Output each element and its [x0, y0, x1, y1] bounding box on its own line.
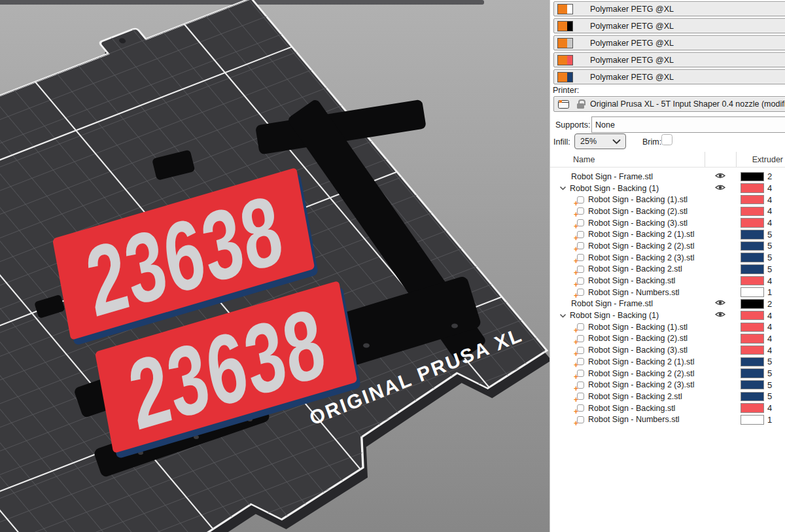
printer-selector[interactable]: Original Prusa XL - 5T Input Shaper 0.4 …	[553, 96, 785, 112]
extruder-color-swatch[interactable]	[741, 357, 764, 367]
extruder-number: 4	[767, 346, 772, 355]
table-row[interactable]: Robot Sign - Backing 2 (3).stl 5	[550, 252, 785, 264]
object-name: Robot Sign - Backing (1).stl	[588, 323, 705, 332]
table-row[interactable]: Robot Sign - Backing (3).stl 4	[550, 344, 785, 356]
filament-color-swatch	[557, 55, 573, 65]
extruder-color-swatch[interactable]	[741, 230, 764, 239]
extruder-color-swatch[interactable]	[741, 253, 764, 262]
extruder-color-swatch[interactable]	[741, 183, 764, 193]
add-part-icon	[577, 416, 584, 423]
extruder-number: 4	[767, 334, 772, 344]
filament-color-swatch	[557, 38, 573, 48]
table-row[interactable]: Robot Sign - Backing 2.stl 5	[550, 391, 785, 402]
table-row[interactable]: Robot Sign - Backing (2).stl 4	[550, 333, 785, 345]
filament-selector[interactable]: Polymaker PETG @XL	[553, 18, 785, 33]
infill-selector[interactable]: 25%	[574, 133, 626, 149]
extruder-color-swatch[interactable]	[741, 195, 764, 205]
extruder-color-swatch[interactable]	[741, 264, 764, 274]
add-part-icon	[577, 358, 584, 365]
filament-selector[interactable]: Polymaker PETG @XL	[553, 52, 785, 67]
table-row[interactable]: Robot Sign - Frame.stl 2	[550, 298, 785, 310]
extruder-color-swatch[interactable]	[741, 287, 764, 297]
add-part-icon	[577, 266, 584, 273]
add-part-icon	[577, 219, 584, 226]
extruder-color-swatch[interactable]	[741, 299, 764, 309]
extruder-color-swatch[interactable]	[741, 392, 764, 402]
extruder-color-swatch[interactable]	[741, 172, 764, 182]
eye-icon[interactable]	[715, 184, 725, 193]
table-row[interactable]: Robot Sign - Frame.stl 2	[550, 171, 785, 183]
chevron-down-icon[interactable]	[559, 185, 567, 192]
extruder-number: 5	[767, 264, 772, 274]
extruder-number: 4	[767, 403, 772, 413]
filament-selector[interactable]: Polymaker PETG @XL	[553, 1, 785, 16]
infill-value: 25%	[580, 137, 597, 146]
object-name: Robot Sign - Backing 2 (3).stl	[588, 253, 705, 262]
extruder-number: 2	[767, 299, 772, 309]
chevron-down-icon[interactable]	[559, 312, 567, 319]
object-name: Robot Sign - Backing 2 (1).stl	[588, 230, 705, 239]
brim-checkbox[interactable]	[661, 134, 672, 145]
extruder-color-swatch[interactable]	[741, 415, 764, 425]
extruder-number: 4	[767, 183, 772, 193]
extruder-number: 4	[767, 218, 772, 228]
table-row[interactable]: Robot Sign - Numbers.stl 1	[550, 414, 785, 425]
filament-label: Polymaker PETG @XL	[590, 73, 674, 82]
filament-selector[interactable]: Polymaker PETG @XL	[553, 69, 785, 84]
eye-icon[interactable]	[715, 299, 725, 308]
supports-selector[interactable]: None	[591, 116, 785, 133]
table-row[interactable]: Robot Sign - Backing.stl 4	[550, 275, 785, 287]
table-row[interactable]: Robot Sign - Backing 2 (2).stl 5	[550, 368, 785, 380]
add-part-icon	[577, 254, 584, 261]
add-part-icon	[577, 335, 584, 342]
add-part-icon	[577, 404, 584, 412]
table-row[interactable]: Robot Sign - Backing 2 (3).stl 5	[550, 379, 785, 391]
extruder-number: 5	[767, 230, 772, 239]
table-row[interactable]: Robot Sign - Backing (3).stl 4	[550, 217, 785, 229]
table-row[interactable]: Robot Sign - Backing (1).stl 4	[550, 321, 785, 333]
table-row[interactable]: Robot Sign - Backing.stl 4	[550, 402, 785, 414]
object-name: Robot Sign - Backing 2 (2).stl	[588, 369, 705, 378]
table-row[interactable]: Robot Sign - Backing 2 (2).stl 5	[550, 240, 785, 252]
object-name: Robot Sign - Backing.stl	[588, 276, 705, 285]
eye-icon[interactable]	[715, 172, 725, 181]
table-row[interactable]: Robot Sign - Backing (1) 4	[550, 183, 785, 194]
object-name: Robot Sign - Backing 2.stl	[588, 264, 705, 274]
extruder-color-swatch[interactable]	[741, 276, 764, 286]
extruder-color-swatch[interactable]	[741, 323, 764, 332]
table-row[interactable]: Robot Sign - Backing (1).stl 4	[550, 194, 785, 205]
extruder-color-swatch[interactable]	[741, 380, 764, 390]
filament-label: Polymaker PETG @XL	[590, 39, 674, 48]
extruder-number: 4	[767, 322, 772, 332]
extruder-number: 5	[767, 357, 772, 366]
extruder-color-swatch[interactable]	[741, 218, 764, 228]
table-row[interactable]: Robot Sign - Backing (2).stl 4	[550, 205, 785, 217]
object-name: Robot Sign - Backing 2 (3).stl	[588, 380, 705, 389]
extruder-color-swatch[interactable]	[741, 241, 764, 251]
table-row[interactable]: Robot Sign - Backing 2.stl 5	[550, 264, 785, 275]
extruder-number: 5	[767, 391, 772, 401]
extruder-color-swatch[interactable]	[741, 207, 764, 217]
viewport-3d[interactable]: 23638 23638 ORIGINAL PRUSA XL	[0, 0, 550, 532]
filament-selector[interactable]: Polymaker PETG @XL	[553, 35, 785, 50]
extruder-color-swatch[interactable]	[741, 346, 764, 355]
object-tree: Robot Sign - Frame.stl 2 Robot Sign - Ba…	[550, 171, 785, 425]
table-row[interactable]: Robot Sign - Backing 2 (1).stl 5	[550, 228, 785, 240]
table-row[interactable]: Robot Sign - Backing (1) 4	[550, 310, 785, 321]
object-name: Robot Sign - Backing (1)	[570, 184, 705, 193]
extruder-color-swatch[interactable]	[741, 334, 764, 344]
extruder-color-swatch[interactable]	[741, 311, 764, 321]
object-name: Robot Sign - Backing (2).stl	[588, 207, 705, 216]
extruder-number: 2	[767, 171, 772, 181]
table-row[interactable]: Robot Sign - Numbers.stl 1	[550, 287, 785, 298]
extruder-number: 4	[767, 195, 772, 205]
extruder-number: 4	[767, 276, 772, 286]
extruder-color-swatch[interactable]	[741, 368, 764, 378]
filament-label: Polymaker PETG @XL	[590, 5, 674, 14]
eye-icon[interactable]	[715, 311, 725, 320]
extruder-number: 4	[767, 206, 772, 216]
extruder-color-swatch[interactable]	[741, 403, 764, 413]
brim-label: Brim:	[642, 137, 661, 147]
filament-label: Polymaker PETG @XL	[590, 56, 674, 65]
table-row[interactable]: Robot Sign - Backing 2 (1).stl 5	[550, 356, 785, 368]
